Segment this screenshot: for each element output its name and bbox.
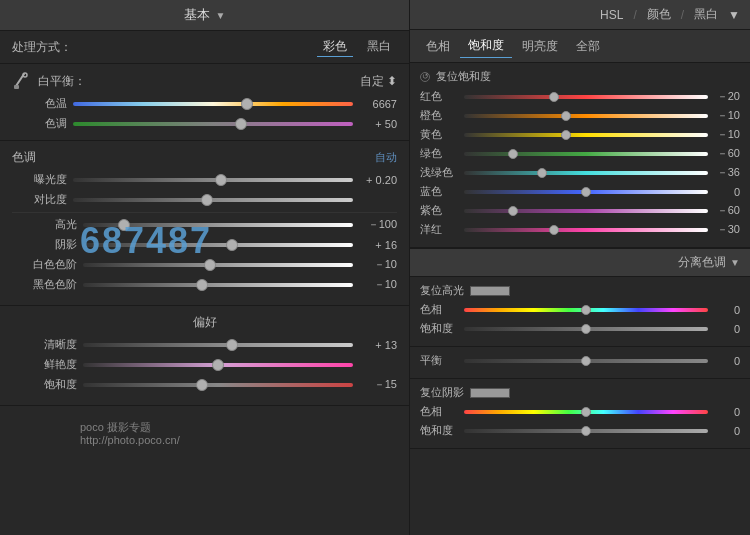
right-panel-arrow[interactable]: ▼ xyxy=(728,8,740,22)
hsl-thumb-7[interactable] xyxy=(549,225,559,235)
tone-title: 色调 xyxy=(12,149,36,166)
hsl-slider-3[interactable] xyxy=(464,148,708,160)
contrast-thumb[interactable] xyxy=(201,194,213,206)
exposure-thumb[interactable] xyxy=(215,174,227,186)
vibrance-row: 鲜艳度 xyxy=(12,357,397,372)
clarity-thumb[interactable] xyxy=(226,339,238,351)
tint-thumb[interactable] xyxy=(235,118,247,130)
processing-row: 处理方式： 彩色 黑白 xyxy=(0,31,409,64)
hsl-label-6: 紫色 xyxy=(420,203,460,218)
vibrance-thumb[interactable] xyxy=(212,359,224,371)
hsl-color-row-2: 黄色 －10 xyxy=(420,127,740,142)
shadows-swatch[interactable] xyxy=(470,388,510,398)
hl-hue-thumb[interactable] xyxy=(581,305,591,315)
app-wrapper: 基本 ▼ 处理方式： 彩色 黑白 xyxy=(0,0,750,535)
hsl-label: HSL xyxy=(600,8,623,22)
svg-point-2 xyxy=(23,73,27,77)
balance-section: 平衡 0 xyxy=(410,347,750,379)
shadows-label: 阴影 xyxy=(12,237,77,252)
split-toning-title: 分离色调 xyxy=(678,254,726,271)
hsl-thumb-3[interactable] xyxy=(508,149,518,159)
hsl-tabs: 色相 饱和度 明亮度 全部 xyxy=(410,30,750,63)
hl-sat-thumb[interactable] xyxy=(581,324,591,334)
sh-hue-label: 色相 xyxy=(420,404,460,419)
tab-saturation[interactable]: 饱和度 xyxy=(460,34,512,58)
balance-value: 0 xyxy=(712,355,740,367)
whites-thumb[interactable] xyxy=(204,259,216,271)
blacks-thumb[interactable] xyxy=(196,279,208,291)
highlights-swatch[interactable] xyxy=(470,286,510,296)
sh-hue-thumb[interactable] xyxy=(581,407,591,417)
hsl-color-row-6: 紫色 －60 xyxy=(420,203,740,218)
hsl-slider-5[interactable] xyxy=(464,186,708,198)
left-panel-arrow[interactable]: ▼ xyxy=(216,10,226,21)
hsl-value-5: 0 xyxy=(712,186,740,198)
hsl-thumb-4[interactable] xyxy=(537,168,547,178)
contrast-slider[interactable] xyxy=(73,193,353,207)
saturation-thumb[interactable] xyxy=(196,379,208,391)
blacks-row: 黑色色阶 －10 xyxy=(12,277,397,292)
tab-hue[interactable]: 色相 xyxy=(418,35,458,58)
shadows-reset-row: 复位阴影 xyxy=(420,385,740,400)
highlights-thumb[interactable] xyxy=(118,219,130,231)
sh-sat-slider[interactable] xyxy=(464,425,708,437)
wb-row: 白平衡： 自定 ⬍ xyxy=(12,72,397,90)
hsl-slider-6[interactable] xyxy=(464,205,708,217)
vibrance-slider[interactable] xyxy=(83,358,353,372)
balance-thumb[interactable] xyxy=(581,356,591,366)
hsl-slider-0[interactable] xyxy=(464,91,708,103)
blacks-value: －10 xyxy=(359,277,397,292)
hl-sat-slider[interactable] xyxy=(464,323,708,335)
hsl-sat-section: ↺ 复位饱和度 红色 －20 橙色 －10 黄色 xyxy=(410,63,750,248)
hsl-label-7: 洋红 xyxy=(420,222,460,237)
left-panel: 基本 ▼ 处理方式： 彩色 黑白 xyxy=(0,0,410,535)
hl-hue-value: 0 xyxy=(712,304,740,316)
tint-slider[interactable] xyxy=(73,117,353,131)
hsl-slider-2[interactable] xyxy=(464,129,708,141)
hl-sat-row: 饱和度 0 xyxy=(420,321,740,336)
blacks-slider[interactable] xyxy=(83,278,353,292)
hsl-thumb-6[interactable] xyxy=(508,206,518,216)
sh-hue-row: 色相 0 xyxy=(420,404,740,419)
shadows-thumb[interactable] xyxy=(226,239,238,251)
proc-color[interactable]: 彩色 xyxy=(317,37,353,57)
tab-luminance[interactable]: 明亮度 xyxy=(514,35,566,58)
dropper-icon[interactable] xyxy=(12,72,30,90)
highlights-value: －100 xyxy=(359,217,397,232)
hsl-slider-1[interactable] xyxy=(464,110,708,122)
hsl-value-6: －60 xyxy=(712,203,740,218)
temp-thumb[interactable] xyxy=(241,98,253,110)
wb-left: 白平衡： xyxy=(12,72,86,90)
hsl-thumb-0[interactable] xyxy=(549,92,559,102)
hsl-value-3: －60 xyxy=(712,146,740,161)
clarity-slider[interactable] xyxy=(83,338,353,352)
hsl-thumb-1[interactable] xyxy=(561,111,571,121)
sh-hue-slider[interactable] xyxy=(464,406,708,418)
proc-bw[interactable]: 黑白 xyxy=(361,37,397,57)
hsl-reset-label: 复位饱和度 xyxy=(436,69,491,84)
exposure-slider[interactable] xyxy=(73,173,353,187)
hsl-slider-7[interactable] xyxy=(464,224,708,236)
sh-sat-thumb[interactable] xyxy=(581,426,591,436)
balance-slider[interactable] xyxy=(464,355,708,367)
hsl-color-row-0: 红色 －20 xyxy=(420,89,740,104)
whites-slider[interactable] xyxy=(83,258,353,272)
hsl-slider-4[interactable] xyxy=(464,167,708,179)
wb-arrow: ⬍ xyxy=(387,74,397,88)
hl-hue-slider[interactable] xyxy=(464,304,708,316)
shadows-slider[interactable] xyxy=(83,238,353,252)
temp-label: 色温 xyxy=(12,96,67,111)
saturation-slider[interactable] xyxy=(83,378,353,392)
wb-select[interactable]: 自定 ⬍ xyxy=(360,73,397,90)
tone-auto[interactable]: 自动 xyxy=(375,150,397,165)
tint-label: 色调 xyxy=(12,116,67,131)
hsl-thumb-2[interactable] xyxy=(561,130,571,140)
hsl-reset-icon[interactable]: ↺ xyxy=(420,72,430,82)
hsl-thumb-5[interactable] xyxy=(581,187,591,197)
split-toning-arrow[interactable]: ▼ xyxy=(730,257,740,268)
temp-slider[interactable] xyxy=(73,97,353,111)
tab-all[interactable]: 全部 xyxy=(568,35,608,58)
sep1: / xyxy=(633,8,636,22)
highlights-slider[interactable] xyxy=(83,218,353,232)
wb-value: 自定 xyxy=(360,73,384,90)
